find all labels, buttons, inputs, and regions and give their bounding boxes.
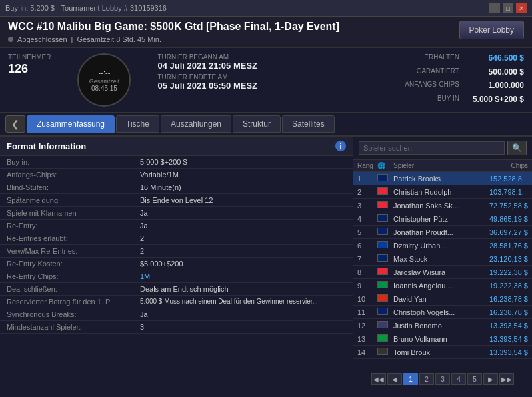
format-row: Reservierter Betrag für den 1. Pl...5.00… <box>0 296 353 308</box>
status-row: Abgeschlossen | Gesamtzeit:8 Std. 45 Min… <box>8 35 339 43</box>
player-chips: 19.222,38 $ <box>468 268 528 276</box>
header-rang: Rang <box>357 162 377 169</box>
player-row[interactable]: 4Christopher Pütz49.865,19 $ <box>353 212 532 226</box>
player-rank: 6 <box>357 242 377 250</box>
minimize-button[interactable]: – <box>489 3 500 13</box>
format-value: 1M <box>140 272 150 280</box>
format-key: Spätanmeldung: <box>7 196 140 204</box>
format-key: Blind-Stufen: <box>7 183 140 191</box>
back-button[interactable]: ❮ <box>5 115 25 133</box>
erhalten-value: 646.500 $ <box>473 53 524 63</box>
format-value: Ja <box>140 310 148 318</box>
player-chips: 49.865,19 $ <box>468 215 528 223</box>
player-name: Ioannis Angelou ... <box>393 282 468 290</box>
player-name: Dzmitry Urban... <box>393 242 468 250</box>
player-row[interactable]: 14Tomi Brouk13.393,54 $ <box>353 346 532 359</box>
info-icon[interactable]: i <box>335 141 346 151</box>
format-key: Re-Entries erlaubt: <box>7 234 140 242</box>
turnier-begann-group: TURNIER BEGANN AM 04 Juli 2021 21:05 MES… <box>157 53 257 71</box>
player-flag <box>377 294 393 303</box>
header-spieler: Spieler <box>393 162 468 169</box>
page-5-button[interactable]: 5 <box>467 373 482 385</box>
format-key: Re-Entry Chips: <box>7 272 140 280</box>
player-row[interactable]: 5Jonathan Proudf...36.697,27 $ <box>353 226 532 239</box>
player-name: Tomi Brouk <box>393 348 468 356</box>
player-name: Christopher Pütz <box>393 215 468 223</box>
player-row[interactable]: 11Christoph Vogels...16.238,78 $ <box>353 306 532 319</box>
format-row: Blind-Stufen:16 Minute(n) <box>0 181 353 194</box>
player-flag <box>377 321 393 330</box>
player-rank: 10 <box>357 295 377 303</box>
format-header: Format Information i <box>0 137 353 156</box>
format-row: Spiele mit KlarnamenJa <box>0 207 353 220</box>
tab-zusammenfassung[interactable]: Zusammenfassung <box>27 115 115 133</box>
player-rank: 1 <box>357 175 377 183</box>
player-row[interactable]: 6Dzmitry Urban...28.581,76 $ <box>353 239 532 252</box>
player-row[interactable]: 2Christian Rudolph103.798,1... <box>353 185 532 199</box>
format-value: 5.000 $ Muss nach einem Deal für den Gew… <box>140 298 318 305</box>
format-value: $5.000+$200 <box>140 260 183 268</box>
format-row: Re-Entries erlaubt:2 <box>0 232 353 245</box>
page-next-button[interactable]: ▶ <box>483 373 498 385</box>
player-row[interactable]: 9Ioannis Angelou ...19.222,38 $ <box>353 279 532 292</box>
search-input[interactable] <box>359 141 505 155</box>
player-row[interactable]: 3Jonathan Saks Sk...72.752,58 $ <box>353 199 532 212</box>
tab-tische[interactable]: Tische <box>116 115 159 133</box>
format-key: Deal schließen: <box>7 285 140 293</box>
player-flag <box>377 334 393 343</box>
format-key: Reservierter Betrag für den 1. Pl... <box>7 298 140 306</box>
header-flag: 🌐 <box>377 162 393 169</box>
page-4-button[interactable]: 4 <box>451 373 466 385</box>
main-header: WCC #10 Malibu Big Game: $500K Gtd [Phas… <box>0 17 532 48</box>
status-dot <box>8 37 13 42</box>
page-prev-button[interactable]: ◀ <box>387 373 402 385</box>
format-table: Buy-in:5.000 $+200 $Anfangs-Chips:Variab… <box>0 156 353 388</box>
format-key: Verw/Max Re-Entries: <box>7 247 140 255</box>
player-row[interactable]: 7Max Stock23.120,13 $ <box>353 252 532 266</box>
separator: | <box>71 35 73 43</box>
player-rank: 7 <box>357 255 377 263</box>
tournament-title: WCC #10 Malibu Big Game: $500K Gtd [Phas… <box>8 21 339 33</box>
search-button[interactable]: 🔍 <box>507 141 527 155</box>
page-3-button[interactable]: 3 <box>435 373 450 385</box>
anfangs-chips-value: 1.000.000 <box>473 81 524 90</box>
player-chips: 28.581,76 $ <box>468 242 528 250</box>
format-key: Re-Entry: <box>7 222 140 230</box>
tab-auszahlungen[interactable]: Auszahlungen <box>161 115 231 133</box>
right-panel: 🔍 Rang 🌐 Spieler Chips 1Patrick Brooks15… <box>353 137 532 388</box>
format-row: Re-Entry Kosten:$5.000+$200 <box>0 258 353 270</box>
players-table-header: Rang 🌐 Spieler Chips <box>353 160 532 172</box>
player-chips: 13.393,54 $ <box>468 348 528 356</box>
format-key: Anfangs-Chips: <box>7 171 140 179</box>
player-name: Christian Rudolph <box>393 188 468 196</box>
page-last-button[interactable]: ▶▶ <box>499 373 514 385</box>
player-rank: 12 <box>357 322 377 330</box>
players-list: 1Patrick Brooks152.528,8...2Christian Ru… <box>353 172 532 370</box>
player-row[interactable]: 8Jaroslav Wisura19.222,38 $ <box>353 266 532 279</box>
tab-satellites[interactable]: Satellites <box>282 115 335 133</box>
page-2-button[interactable]: 2 <box>419 373 434 385</box>
player-chips: 13.393,54 $ <box>468 335 528 343</box>
player-row[interactable]: 12Justin Bonomo13.393,54 $ <box>353 319 532 332</box>
poker-lobby-button[interactable]: Poker Lobby <box>459 21 524 39</box>
page-1-button[interactable]: 1 <box>403 373 418 385</box>
player-flag <box>377 281 393 290</box>
player-chips: 103.798,1... <box>468 188 528 196</box>
maximize-button[interactable]: □ <box>503 3 513 13</box>
player-row[interactable]: 10David Yan16.238,78 $ <box>353 292 532 306</box>
player-rank: 9 <box>357 282 377 290</box>
player-row[interactable]: 1Patrick Brooks152.528,8... <box>353 172 532 185</box>
format-row: Anfangs-Chips:Variable/1M <box>0 169 353 181</box>
close-button[interactable]: ✕ <box>516 3 527 13</box>
player-chips: 13.393,54 $ <box>468 322 528 330</box>
player-name: Bruno Volkmann <box>393 335 468 343</box>
format-key: Synchronous Breaks: <box>7 310 140 318</box>
tab-struktur[interactable]: Struktur <box>233 115 281 133</box>
garantiert-value: 500.000 $ <box>473 67 524 77</box>
turnier-block: TURNIER BEGANN AM 04 Juli 2021 21:05 MES… <box>157 53 257 107</box>
clock-label: Gesamtzeit <box>89 78 120 85</box>
player-rank: 14 <box>357 348 377 356</box>
page-first-button[interactable]: ◀◀ <box>371 373 386 385</box>
player-chips: 152.528,8... <box>468 175 528 183</box>
player-row[interactable]: 13Bruno Volkmann13.393,54 $ <box>353 332 532 346</box>
